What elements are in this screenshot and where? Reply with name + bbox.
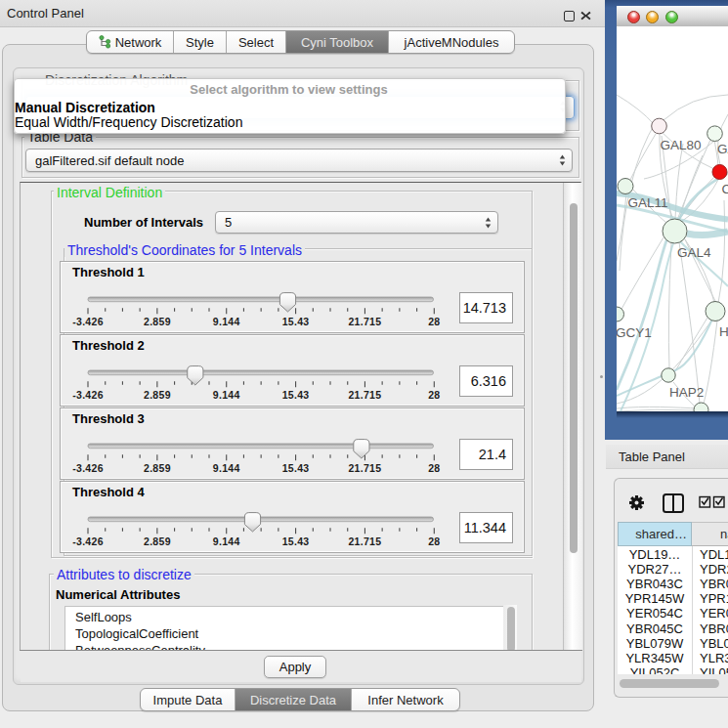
svg-text:28: 28 (428, 462, 440, 474)
svg-text:GAL80: GAL80 (661, 138, 702, 152)
svg-text:15.43: 15.43 (282, 316, 310, 327)
svg-text:15.43: 15.43 (282, 535, 310, 547)
svg-text:21.715: 21.715 (348, 535, 381, 547)
svg-text:GA: GA (717, 142, 728, 156)
svg-text:-3.426: -3.426 (72, 462, 104, 474)
svg-text:15.43: 15.43 (282, 389, 310, 401)
svg-text:C: C (722, 182, 728, 196)
svg-text:GAL4: GAL4 (677, 245, 711, 260)
svg-text:9.144: 9.144 (213, 316, 240, 327)
svg-text:2.859: 2.859 (144, 462, 171, 474)
svg-text:H: H (719, 324, 728, 339)
svg-text:-3.426: -3.426 (72, 389, 104, 401)
svg-text:GCY1: GCY1 (617, 325, 652, 340)
svg-text:15.43: 15.43 (282, 462, 310, 474)
svg-text:2.859: 2.859 (144, 389, 171, 401)
svg-text:2.859: 2.859 (144, 316, 171, 327)
svg-text:9.144: 9.144 (213, 389, 240, 401)
svg-text:28: 28 (428, 316, 440, 327)
svg-text:-3.426: -3.426 (72, 535, 104, 547)
svg-text:9.144: 9.144 (213, 535, 240, 547)
svg-text:21.715: 21.715 (348, 462, 381, 474)
svg-text:21.715: 21.715 (348, 389, 381, 401)
svg-text:HAP2: HAP2 (669, 385, 704, 400)
svg-text:2.859: 2.859 (144, 535, 171, 547)
svg-text:9.144: 9.144 (213, 462, 240, 474)
svg-text:GAL11: GAL11 (628, 195, 668, 210)
svg-text:28: 28 (428, 535, 440, 547)
svg-text:28: 28 (428, 389, 440, 401)
svg-text:-3.426: -3.426 (72, 316, 104, 327)
svg-text:21.715: 21.715 (348, 316, 381, 327)
